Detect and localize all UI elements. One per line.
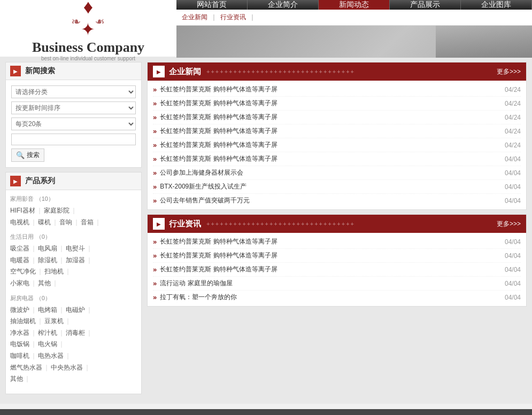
nav-about[interactable]: 企业简介 bbox=[248, 0, 319, 10]
news-date: 04/04 bbox=[505, 252, 521, 260]
news-text[interactable]: 长虹签约普莱克斯 购特种气体造等离子屏 bbox=[160, 85, 499, 94]
cat-item[interactable]: 净水器 bbox=[10, 329, 29, 336]
search-section: 新闻搜索 请选择分类 企业新闻 行业资讯 按更新时间排序 按标题排序 每页20条… bbox=[5, 62, 142, 168]
news-item: » 长虹签约普莱克斯 购特种气体造等离子屏 04/04 bbox=[153, 235, 521, 249]
news-text[interactable]: 长虹签约普莱克斯 购特种气体造等离子屏 bbox=[160, 237, 499, 246]
cat-item[interactable]: 咖啡机 bbox=[10, 352, 29, 359]
news-bullet: » bbox=[153, 127, 157, 135]
cat-kitchen-items: 微波炉｜电烤箱｜电磁炉｜ 抽油烟机｜豆浆机｜ 净水器｜榨汁机｜消毒柜｜ 电饭锅｜… bbox=[10, 304, 137, 385]
news-item: » 长虹签约普莱克斯 购特种气体造等离子屏 04/24 bbox=[153, 83, 521, 97]
cat-item[interactable]: 其他 bbox=[38, 279, 51, 287]
cat-hifi: 家用影音 （10） HIFI器材｜家庭影院｜ 电视机｜碟机｜音响｜音箱｜ bbox=[10, 194, 137, 228]
logo-icon: ♦ bbox=[32, 0, 144, 18]
cat-item[interactable]: 消毒柜 bbox=[66, 329, 85, 336]
news-bullet: » bbox=[153, 141, 157, 149]
cat-item[interactable]: 音箱 bbox=[81, 218, 94, 226]
search-button[interactable]: 🔍 搜索 bbox=[11, 148, 44, 162]
breadcrumb-company-news[interactable]: 企业新闻 bbox=[182, 13, 207, 22]
industry-news-section: 行业资讯 +++++++++++++++++++++++++++++++++ 更… bbox=[147, 214, 527, 307]
news-text[interactable]: 公司去年销售产值突破两千万元 bbox=[160, 196, 499, 205]
news-date: 04/04 bbox=[505, 280, 521, 287]
cat-item[interactable]: 电火锅 bbox=[38, 340, 57, 348]
news-text[interactable]: 公司参加上海健身器材展示会 bbox=[160, 168, 499, 177]
news-text[interactable]: 长虹签约普莱克斯 购特种气体造等离子屏 bbox=[160, 140, 499, 150]
company-news-list: » 长虹签约普莱克斯 购特种气体造等离子屏 04/24 » 长虹签约普莱克斯 购… bbox=[148, 81, 526, 209]
news-text[interactable]: 长虹签约普莱克斯 购特种气体造等离子屏 bbox=[160, 251, 499, 260]
industry-news-title: 行业资讯 bbox=[169, 219, 201, 229]
news-bullet: » bbox=[153, 183, 157, 191]
cat-item[interactable]: 电熨斗 bbox=[66, 245, 85, 252]
category-select[interactable]: 请选择分类 企业新闻 行业资讯 bbox=[11, 85, 136, 98]
news-text[interactable]: 长虹签约普莱克斯 购特种气体造等离子屏 bbox=[160, 113, 499, 122]
cat-item[interactable]: 中央热水器 bbox=[51, 364, 83, 371]
cat-item[interactable]: 电烤箱 bbox=[38, 306, 57, 314]
product-title-arrow bbox=[10, 176, 21, 186]
news-date: 04/24 bbox=[505, 86, 521, 93]
breadcrumb-sep1: ｜ bbox=[211, 13, 217, 22]
cat-item[interactable]: HIFI器材 bbox=[10, 207, 35, 214]
cat-item[interactable]: 吸尘器 bbox=[10, 245, 29, 252]
industry-news-list: » 长虹签约普莱克斯 购特种气体造等离子屏 04/04 » 长虹签约普莱克斯 购… bbox=[148, 233, 526, 306]
cat-item[interactable]: 扫地机 bbox=[44, 268, 64, 275]
company-news-more[interactable]: 更多>>> bbox=[497, 67, 521, 76]
news-item: » BTX-2009新生产线投入试生产 04/04 bbox=[153, 180, 521, 194]
cat-item[interactable]: 音响 bbox=[59, 218, 72, 226]
news-text[interactable]: 长虹签约普莱克斯 购特种气体造等离子屏 bbox=[160, 99, 499, 108]
company-news-dots: +++++++++++++++++++++++++++++++++ bbox=[206, 68, 497, 75]
cat-item[interactable]: 电饭锅 bbox=[10, 340, 29, 348]
perpage-select[interactable]: 每页20条 每页10条 每页30条 bbox=[11, 118, 136, 130]
industry-news-dots: +++++++++++++++++++++++++++++++++ bbox=[206, 221, 497, 227]
product-title-text: 产品系列 bbox=[25, 176, 55, 186]
product-title: 产品系列 bbox=[6, 173, 141, 190]
news-text[interactable]: 拉丁有氧：塑一个奔放的你 bbox=[160, 293, 499, 302]
cat-item[interactable]: 除湿机 bbox=[38, 256, 57, 264]
news-item: » 长虹签约普莱克斯 购特种气体造等离子屏 04/24 bbox=[153, 97, 521, 111]
news-date: 04/04 bbox=[505, 169, 521, 177]
news-date: 04/04 bbox=[505, 183, 521, 191]
industry-news-more[interactable]: 更多>>> bbox=[497, 220, 521, 229]
search-input[interactable] bbox=[11, 134, 136, 145]
cat-item[interactable]: 家庭影院 bbox=[44, 207, 70, 214]
news-item: » 长虹签约普莱克斯 购特种气体造等离子屏 04/04 bbox=[153, 263, 521, 277]
cat-item[interactable]: 榨汁机 bbox=[38, 329, 57, 336]
news-date: 04/24 bbox=[505, 114, 521, 121]
news-item: » 长虹签约普莱克斯 购特种气体造等离子屏 04/04 bbox=[153, 152, 521, 166]
cat-item[interactable]: 抽油烟机 bbox=[10, 317, 36, 325]
news-bullet: » bbox=[153, 85, 157, 93]
cat-item[interactable]: 豆浆机 bbox=[44, 317, 64, 325]
news-text[interactable]: 流行运动 家庭里的瑜伽屋 bbox=[160, 279, 499, 288]
cat-daily: 生活日用 （0） 吸尘器｜电风扇｜电熨斗｜ 电暖器｜除湿机｜加湿器｜ 空气净化｜… bbox=[10, 232, 137, 289]
logo-area: ♦ ❧ ❧ ✦ Business Company best on-line in… bbox=[0, 0, 176, 57]
cat-hifi-title: 家用影音 （10） bbox=[10, 194, 137, 203]
cat-item[interactable]: 其他 bbox=[10, 375, 23, 382]
cat-kitchen: 厨房电器 （0） 微波炉｜电烤箱｜电磁炉｜ 抽油烟机｜豆浆机｜ 净水器｜榨汁机｜… bbox=[10, 294, 137, 385]
cat-item[interactable]: 电热水器 bbox=[38, 352, 64, 359]
cat-item[interactable]: 小家电 bbox=[10, 279, 29, 287]
breadcrumb-industry-news[interactable]: 行业资讯 bbox=[220, 13, 246, 22]
nav-home[interactable]: 网站首页 bbox=[176, 0, 248, 10]
cat-item[interactable]: 电暖器 bbox=[10, 256, 29, 264]
cat-item[interactable]: 微波炉 bbox=[10, 306, 29, 314]
nav-products[interactable]: 产品展示 bbox=[390, 0, 461, 10]
logo-title: Business Company bbox=[32, 40, 144, 56]
cat-item[interactable]: 电视机 bbox=[10, 218, 29, 226]
cat-item[interactable]: 燃气热水器 bbox=[10, 364, 42, 371]
news-text[interactable]: 长虹签约普莱克斯 购特种气体造等离子屏 bbox=[160, 265, 499, 274]
footer: 家电生产企业网站 Copyright(C)2009-2010 ｜ 公司介绍 ｜ … bbox=[0, 409, 532, 415]
nav-news[interactable]: 新闻动态 bbox=[319, 0, 390, 10]
news-item: » 拉丁有氧：塑一个奔放的你 04/04 bbox=[153, 291, 521, 304]
cat-item[interactable]: 电风扇 bbox=[38, 245, 57, 252]
news-text[interactable]: 长虹签约普莱克斯 购特种气体造等离子屏 bbox=[160, 127, 499, 136]
breadcrumb: 企业新闻 ｜ 行业资讯 ｜ bbox=[176, 10, 532, 26]
cat-item[interactable]: 碟机 bbox=[38, 218, 51, 226]
cat-item[interactable]: 电磁炉 bbox=[66, 306, 85, 314]
sort-select[interactable]: 按更新时间排序 按标题排序 bbox=[11, 101, 136, 114]
cat-item[interactable]: 加湿器 bbox=[66, 256, 85, 264]
news-text[interactable]: 长虹签约普莱克斯 购特种气体造等离子屏 bbox=[160, 154, 499, 163]
news-text[interactable]: BTX-2009新生产线投入试生产 bbox=[160, 182, 499, 191]
news-date: 04/04 bbox=[505, 238, 521, 246]
news-item: » 公司参加上海健身器材展示会 04/04 bbox=[153, 166, 521, 180]
main-nav: 网站首页 企业简介 新闻动态 产品展示 企业图库 bbox=[176, 0, 532, 10]
cat-item[interactable]: 空气净化 bbox=[10, 268, 36, 275]
nav-gallery[interactable]: 企业图库 bbox=[461, 0, 532, 10]
